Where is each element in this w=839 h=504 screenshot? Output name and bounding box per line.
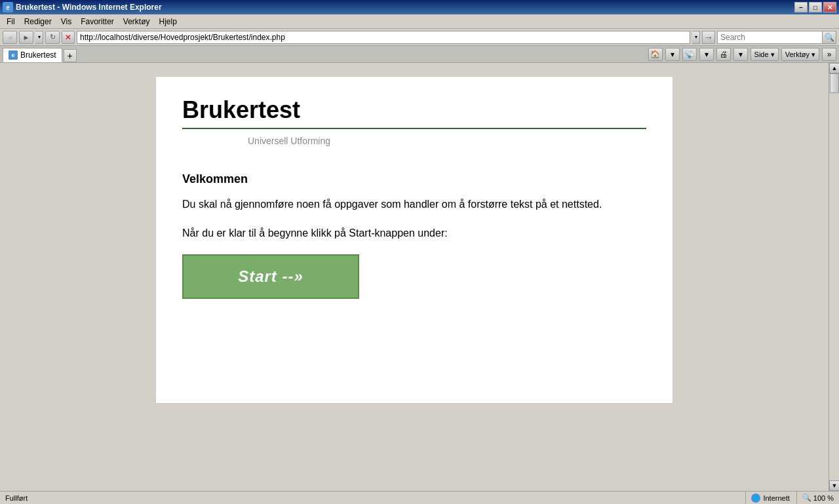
minimize-button[interactable]: – bbox=[794, 2, 808, 12]
nav-dropdown-arrow[interactable]: ▾ bbox=[35, 31, 43, 44]
tabsbar: e Brukertest + 🏠 ▾ 📡 ▾ 🖨 ▾ Side ▾ Verktø… bbox=[0, 46, 839, 63]
menu-verktoy[interactable]: Verktøy bbox=[119, 16, 154, 28]
scroll-track[interactable] bbox=[829, 73, 839, 480]
scroll-down-button[interactable]: ▼ bbox=[829, 480, 839, 491]
browser-content-wrapper: Brukertest Universell Utforming Velkomme… bbox=[0, 63, 839, 491]
new-tab-button[interactable]: + bbox=[64, 49, 77, 62]
zoom-level: 100 % bbox=[813, 494, 834, 502]
address-dropdown-arrow[interactable]: ▾ bbox=[692, 31, 700, 44]
welcome-heading: Velkommen bbox=[182, 172, 646, 186]
titlebar: e Brukertest - Windows Internet Explorer… bbox=[0, 0, 839, 14]
tools-label: Verktøy ▾ bbox=[785, 50, 815, 59]
statusbar-zone: 🌐 Internett bbox=[745, 492, 789, 504]
stop-button[interactable]: ✕ bbox=[62, 31, 75, 44]
tabsbar-toolbar: 🏠 ▾ 📡 ▾ 🖨 ▾ Side ▾ Verktøy ▾ » bbox=[648, 48, 836, 62]
go-button[interactable]: → bbox=[702, 31, 715, 44]
title-divider bbox=[182, 128, 646, 129]
zone-icon: 🌐 bbox=[751, 494, 760, 503]
restore-button[interactable]: □ bbox=[809, 2, 822, 12]
statusbar: Fullført 🌐 Internett 🔍 100 % bbox=[0, 491, 839, 504]
home-dropdown[interactable]: ▾ bbox=[665, 48, 680, 61]
extend-button[interactable]: » bbox=[822, 48, 836, 61]
scroll-thumb[interactable] bbox=[830, 73, 839, 93]
zoom-icon: 🔍 bbox=[802, 494, 811, 502]
feeds-dropdown[interactable]: ▾ bbox=[699, 48, 714, 61]
tab-brukertest[interactable]: e Brukertest bbox=[3, 48, 62, 62]
side-button[interactable]: Side ▾ bbox=[751, 48, 779, 61]
start-button[interactable]: Start --» bbox=[182, 254, 359, 299]
page-container: Brukertest Universell Utforming Velkomme… bbox=[155, 76, 673, 404]
ie-icon: e bbox=[3, 2, 13, 12]
addressbar: ◄ ► ▾ ↻ ✕ ▾ → 🔍 bbox=[0, 29, 839, 46]
search-submit-button[interactable]: 🔍 bbox=[822, 31, 836, 44]
body-paragraph-2: Når du er klar til å begynne klikk på St… bbox=[182, 225, 646, 241]
print-dropdown[interactable]: ▾ bbox=[733, 48, 748, 61]
tab-ie-icon: e bbox=[9, 50, 18, 60]
forward-button[interactable]: ► bbox=[19, 31, 33, 44]
search-box: 🔍 bbox=[717, 31, 836, 44]
page-subtitle: Universell Utforming bbox=[182, 136, 646, 146]
feeds-button[interactable]: 📡 bbox=[682, 48, 697, 61]
statusbar-status: Fullført bbox=[5, 494, 739, 502]
tab-label: Brukertest bbox=[20, 50, 56, 60]
titlebar-buttons[interactable]: – □ ✕ bbox=[794, 2, 836, 12]
titlebar-left: e Brukertest - Windows Internet Explorer bbox=[3, 2, 162, 12]
menu-fil[interactable]: Fil bbox=[3, 16, 19, 28]
zone-label: Internett bbox=[763, 494, 789, 502]
menu-vis[interactable]: Vis bbox=[57, 16, 75, 28]
menu-hjelp[interactable]: Hjelp bbox=[155, 16, 181, 28]
side-label: Side ▾ bbox=[754, 50, 775, 59]
page-title: Brukertest bbox=[182, 96, 646, 124]
close-button[interactable]: ✕ bbox=[823, 2, 836, 12]
menu-favoritter[interactable]: Favoritter bbox=[77, 16, 118, 28]
print-button[interactable]: 🖨 bbox=[716, 48, 731, 61]
vertical-scrollbar[interactable]: ▲ ▼ bbox=[829, 63, 839, 491]
menu-rediger[interactable]: Rediger bbox=[20, 16, 56, 28]
search-input[interactable] bbox=[717, 31, 822, 44]
address-input-field[interactable] bbox=[80, 33, 687, 42]
tools-button[interactable]: Verktøy ▾ bbox=[781, 48, 819, 61]
menubar: Fil Rediger Vis Favoritter Verktøy Hjelp bbox=[0, 14, 839, 29]
statusbar-zoom: 🔍 100 % bbox=[796, 492, 834, 504]
titlebar-title: Brukertest - Windows Internet Explorer bbox=[16, 3, 162, 12]
address-bar[interactable] bbox=[77, 31, 690, 44]
back-button[interactable]: ◄ bbox=[3, 31, 17, 44]
home-button[interactable]: 🏠 bbox=[648, 48, 663, 61]
refresh-button[interactable]: ↻ bbox=[45, 31, 60, 44]
browser-content: Brukertest Universell Utforming Velkomme… bbox=[0, 63, 829, 491]
scroll-up-button[interactable]: ▲ bbox=[829, 63, 839, 73]
body-paragraph-1: Du skal nå gjennomføre noen få oppgaver … bbox=[182, 197, 646, 212]
